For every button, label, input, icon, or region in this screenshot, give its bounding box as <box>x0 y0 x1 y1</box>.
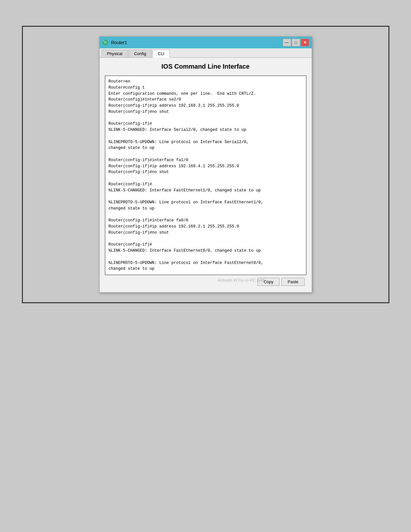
section-title: IOS Command Line Interface <box>105 61 307 72</box>
tab-config[interactable]: Config <box>129 50 152 57</box>
content-area: IOS Command Line Interface Router>en Rou… <box>100 58 312 292</box>
title-bar: Router1 — □ ✕ <box>100 37 312 48</box>
cli-output: Router>en Router#config t Enter configur… <box>109 79 303 272</box>
maximize-button[interactable]: □ <box>292 39 300 46</box>
tab-cli[interactable]: CLI <box>152 50 170 58</box>
copy-button[interactable]: Copy <box>258 278 279 286</box>
title-bar-left: Router1 <box>102 39 147 46</box>
tab-physical[interactable]: Physical <box>102 50 128 57</box>
outer-border: Router1 — □ ✕ Physical Config CLI IOS Co… <box>22 26 389 303</box>
cli-scroll-area[interactable]: Router>en Router#config t Enter configur… <box>105 76 306 275</box>
tab-bar: Physical Config CLI <box>100 48 312 58</box>
cli-container[interactable]: Router>en Router#config t Enter configur… <box>105 75 307 275</box>
minimize-button[interactable]: — <box>283 39 291 46</box>
window-title: Router1 <box>111 40 127 45</box>
router-icon <box>102 39 109 46</box>
svg-point-1 <box>104 41 107 44</box>
close-button[interactable]: ✕ <box>301 39 309 46</box>
title-bar-controls: — □ ✕ <box>283 39 309 46</box>
router-window: Router1 — □ ✕ Physical Config CLI IOS Co… <box>99 36 312 293</box>
button-row: Activate W Go to PC setti Copy Paste <box>105 275 307 287</box>
paste-button[interactable]: Paste <box>281 278 304 286</box>
